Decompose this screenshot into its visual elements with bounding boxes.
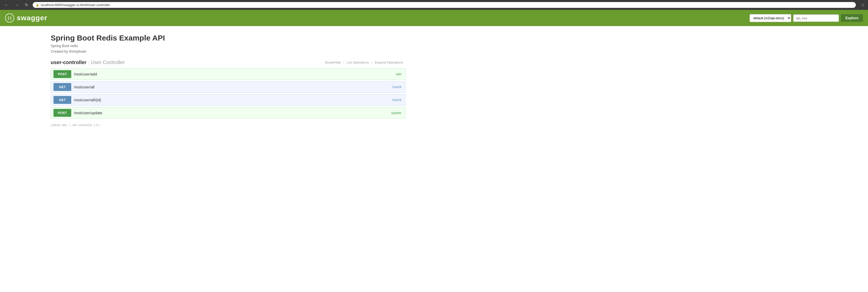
swagger-logo-icon: {·} [5,13,14,23]
operations-list: POST /rest/user/add add GET /rest/user/a… [51,68,406,119]
method-badge: GET [54,96,71,104]
swagger-logo-text: swagger [17,14,48,22]
operation-nickname: GetAll [389,95,405,104]
controller-actions: Show/Hide | List Operations | Expand Ope… [322,61,406,64]
list-operations-link[interactable]: List Operations [344,61,371,64]
controller-title: user-controller : User Controller [51,60,125,65]
swagger-header: {·} swagger default (/v2/api-docs) Explo… [0,10,868,26]
lock-icon: 🔒 [36,3,39,7]
controller-subtitle: : User Controller [87,60,125,65]
method-badge: GET [54,83,71,91]
url-text: localhost:8083/swagger-ui.html#/user-con… [41,3,110,7]
swagger-logo: {·} swagger [5,13,48,23]
operation-row[interactable]: POST /rest/user/add add [51,68,406,80]
reload-button[interactable]: ↻ [23,2,30,8]
back-button[interactable]: ← [3,2,10,8]
controller-header: user-controller : User Controller Show/H… [51,60,406,65]
operation-row[interactable]: GET /rest/user/all GetAll [51,81,406,93]
operation-row[interactable]: GET /rest/user/all/{id} GetAll [51,94,406,106]
bookmark-star-icon[interactable]: ☆ [861,2,865,8]
swagger-controls: default (/v2/api-docs) Explore [750,14,863,22]
api-footer: [ BASE URL: / , API VERSION: 1.0 ] [51,124,406,127]
forward-button[interactable]: → [13,2,20,8]
method-badge: POST [54,109,71,117]
api-description: Spring Boot redis [51,44,406,48]
controller-name: user-controller [51,60,87,65]
operation-path: /rest/user/all/{id} [74,95,389,105]
operation-nickname: add [392,70,405,78]
method-badge: POST [54,70,71,78]
expand-operations-link[interactable]: Expand Operations [372,61,406,64]
operation-row[interactable]: POST /rest/user/update update [51,107,406,119]
explore-button[interactable]: Explore [841,14,863,22]
main-content: Spring Boot Redis Example API Spring Boo… [0,26,456,134]
browser-chrome: ← → ↻ 🔒 localhost:8083/swagger-ui.html#/… [0,0,868,10]
api-key-input[interactable] [793,14,839,22]
api-docs-select[interactable]: default (/v2/api-docs) [750,14,791,22]
operation-path: /rest/user/add [74,69,392,79]
show-hide-link[interactable]: Show/Hide [322,61,343,64]
operation-path: /rest/user/update [74,108,387,118]
api-title: Spring Boot Redis Example API [51,34,406,42]
operation-path: /rest/user/all [74,82,389,92]
operation-nickname: GetAll [389,83,405,91]
address-bar[interactable]: 🔒 localhost:8083/swagger-ui.html#/user-c… [33,2,856,8]
api-created-by: Created by thirstybrain [51,50,406,54]
operation-nickname: update [387,108,405,117]
